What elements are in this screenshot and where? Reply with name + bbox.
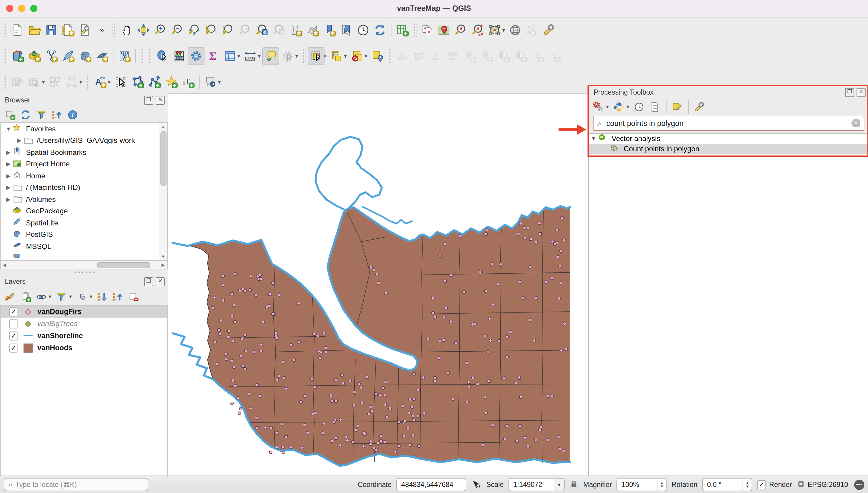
pan-map-icon[interactable] xyxy=(118,21,135,39)
browser-close-icon[interactable]: ✕ xyxy=(156,96,165,105)
scroll-up-icon[interactable]: ▲ xyxy=(159,123,167,131)
scroll-right-icon[interactable]: ▶ xyxy=(159,262,167,267)
chevron-right-icon[interactable]: ▶ xyxy=(4,161,13,167)
browser-properties-icon[interactable]: i xyxy=(65,107,80,122)
expand-all-icon[interactable] xyxy=(95,289,110,304)
scroll-down-icon[interactable]: ▼ xyxy=(159,253,167,260)
messages-icon[interactable]: ••• xyxy=(854,479,864,490)
layer-styling-icon[interactable] xyxy=(2,289,17,304)
browser-horizontal-scrollbar[interactable]: ◀ ▶ xyxy=(0,261,168,270)
select-by-value-icon[interactable] xyxy=(328,47,345,65)
layer-item-vanshoreline[interactable]: ✓vanShoreline xyxy=(1,330,167,342)
chevron-right-icon[interactable]: ▶ xyxy=(4,173,13,179)
processing-group-vector-analysis[interactable]: ▼ Vector analysis xyxy=(589,134,868,144)
processing-gears-icon[interactable] xyxy=(591,100,606,114)
toolbar-grip[interactable] xyxy=(413,22,417,38)
add-polygon-annotation-icon[interactable] xyxy=(129,73,146,91)
scale-combo[interactable]: 1:149072▼ xyxy=(509,478,564,491)
layer-visibility-checkbox[interactable] xyxy=(9,319,18,328)
browser-float-icon[interactable]: ❐ xyxy=(144,96,153,105)
results-viewer-icon[interactable] xyxy=(648,100,662,114)
processing-options-wrench-icon[interactable] xyxy=(693,100,707,114)
history-clock-icon[interactable] xyxy=(632,100,647,114)
browser-vertical-scrollbar[interactable]: ▲ ▼ xyxy=(159,123,167,260)
collapse-all-layers-icon[interactable] xyxy=(111,289,125,304)
browser-item-favorites[interactable]: ▼Favorites xyxy=(1,123,159,135)
browser-item-geopackage[interactable]: GeoPackage xyxy=(1,205,159,217)
options-wrench-icon[interactable] xyxy=(540,21,557,39)
layout-manager-icon[interactable] xyxy=(77,21,94,39)
browser-item-partial[interactable] xyxy=(1,252,159,260)
map-themes-icon[interactable] xyxy=(34,289,48,304)
new-spatial-bookmark-icon[interactable]: ✱ xyxy=(321,21,338,39)
map-tips-icon[interactable] xyxy=(262,47,279,65)
zoom-out-icon[interactable] xyxy=(169,21,186,39)
crs-status[interactable]: EPSG:26910 xyxy=(797,480,848,489)
pin-labels-icon[interactable] xyxy=(435,21,452,39)
add-line-annotation-icon[interactable] xyxy=(146,73,163,91)
select-features-icon[interactable] xyxy=(308,47,325,65)
show-spatial-bookmarks-icon[interactable] xyxy=(338,21,355,39)
refresh-browser-icon[interactable] xyxy=(18,107,33,122)
remove-layer-icon[interactable] xyxy=(127,289,141,304)
chevron-right-icon[interactable]: ▶ xyxy=(4,196,13,202)
browser-item-spatial-bookmarks[interactable]: ▶Spatial Bookmarks xyxy=(1,147,159,158)
open-project-icon[interactable] xyxy=(26,21,43,39)
identify-features-icon[interactable]: i xyxy=(154,47,171,65)
panel-splitter[interactable] xyxy=(0,270,168,275)
zoom-full-extent-icon[interactable] xyxy=(186,21,203,39)
layer-visibility-checkbox[interactable]: ✓ xyxy=(9,307,18,316)
layer-visibility-checkbox[interactable]: ✓ xyxy=(9,343,18,352)
select-by-location-icon[interactable] xyxy=(369,47,386,65)
rotation-spinner[interactable]: 0.0 ° ▲▼ xyxy=(702,478,752,491)
browser-item-project-home[interactable]: ▶Project Home xyxy=(1,158,159,170)
browser-item-spatialite[interactable]: SpatiaLite xyxy=(1,217,159,229)
new-map-view-icon[interactable]: ✱ xyxy=(287,21,304,39)
temporal-controller-icon[interactable] xyxy=(355,21,372,39)
toolbar-grip[interactable] xyxy=(3,48,7,64)
chevron-right-icon[interactable]: ▶ xyxy=(15,138,23,144)
chevron-right-icon[interactable]: ▶ xyxy=(4,149,13,155)
add-spatialite-layer-icon[interactable]: ✱ xyxy=(60,47,77,65)
chevron-down-icon[interactable]: ▼ xyxy=(625,104,631,109)
new-project-icon[interactable] xyxy=(9,21,26,39)
set-map-extent-icon[interactable] xyxy=(486,21,503,39)
zoom-last-icon[interactable] xyxy=(253,21,270,39)
browser-item-macintosh-hd[interactable]: ▶/ (Macintosh HD) xyxy=(1,182,159,193)
metasearch-globe-icon[interactable] xyxy=(507,21,523,39)
layers-close-icon[interactable]: ✕ xyxy=(156,277,165,286)
add-postgis-layer-icon[interactable]: ✱ xyxy=(77,47,94,65)
toolbar-grip[interactable] xyxy=(112,22,117,38)
browser-item-volumes[interactable]: ▶/Volumes xyxy=(1,193,159,205)
new-print-layout-icon[interactable]: ✱ xyxy=(60,21,77,39)
toolbar-grip[interactable] xyxy=(3,22,7,38)
save-project-icon[interactable] xyxy=(43,21,60,39)
edit-features-in-place-icon[interactable] xyxy=(670,100,685,114)
processing-toolbox-icon[interactable] xyxy=(188,47,205,65)
processing-close-icon[interactable]: ✕ xyxy=(856,88,866,97)
browser-item-home[interactable]: ▶Home xyxy=(1,170,159,182)
refresh-map-icon[interactable] xyxy=(372,21,389,39)
processing-item-count-points-in-polygon[interactable]: Σ Count points in polygon xyxy=(589,144,868,154)
lock-scale-icon[interactable] xyxy=(570,479,578,490)
layer-labeling-icon[interactable]: A✱ xyxy=(92,73,108,91)
toolbar-grip[interactable] xyxy=(140,48,144,64)
toolbar-grip[interactable] xyxy=(302,48,306,64)
toolbar-grip[interactable] xyxy=(388,48,392,64)
filter-legend-icon[interactable] xyxy=(54,289,69,304)
add-vector-layer-icon[interactable]: ✱ xyxy=(43,47,60,65)
processing-search-box[interactable]: ⌕ ✕ xyxy=(593,116,864,131)
processing-float-icon[interactable]: ❐ xyxy=(845,88,854,97)
toolbar-grip[interactable] xyxy=(86,74,90,90)
add-group-icon[interactable] xyxy=(18,289,33,304)
toolbar-grip[interactable] xyxy=(3,74,7,90)
add-virtual-layer-icon[interactable]: ✱ xyxy=(116,47,133,65)
zoom-to-layer-icon[interactable] xyxy=(220,21,236,39)
add-text-annotation-icon[interactable]: T xyxy=(180,73,197,91)
chevron-down-icon[interactable]: ▼ xyxy=(89,294,94,299)
chevron-down-icon[interactable]: ▼ xyxy=(4,126,13,132)
layer-item-vandougfirs[interactable]: ✓vanDougFirs xyxy=(1,305,167,318)
zoom-to-selection-icon[interactable] xyxy=(203,21,220,39)
zoom-window-button[interactable] xyxy=(30,5,37,12)
clear-search-icon[interactable]: ✕ xyxy=(851,119,860,127)
